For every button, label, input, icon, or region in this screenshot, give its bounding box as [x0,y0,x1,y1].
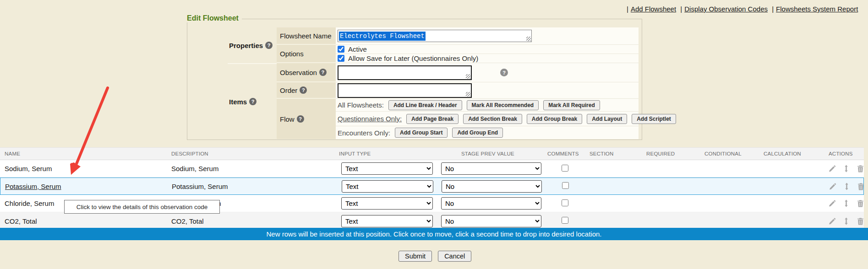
link-separator: | [627,5,628,13]
flow-all-flowsheets-row: All Flowsheets: Add Line Break / Header … [336,99,639,112]
column-header-input-type: INPUT TYPE [334,151,441,156]
move-vertical-icon[interactable] [842,199,850,207]
pencil-icon[interactable] [828,165,836,172]
pencil-icon[interactable] [828,199,836,207]
mark-all-required-button[interactable]: Mark All Required [543,100,600,110]
row-name-link[interactable]: Sodium, Serum [0,165,167,172]
questionnaires-only-label: Questionnaires Only: [338,115,402,123]
add-group-start-button[interactable]: Add Group Start [395,128,448,138]
table-row: Sodium, Serum Sodium, Serum Text No [0,160,864,178]
pencil-icon[interactable] [828,217,836,225]
edit-flowsheet-title: Edit Flowsheet [186,14,242,22]
stage-prev-value-select[interactable]: No [441,197,541,210]
input-type-select[interactable]: Text [341,197,433,210]
table-row: CO2, Total CO2, Total Text No [0,212,864,230]
row-name-link[interactable]: Potassium, Serum [0,183,167,190]
row-actions [819,183,865,190]
comments-checkbox[interactable] [562,217,568,224]
stage-prev-value-select[interactable]: No [442,180,542,193]
allow-save-for-later-checkbox-label: Allow Save for Later (Questionnaires Onl… [348,54,478,62]
observation-label: Observation ? [277,63,336,82]
column-header-conditional: CONDITIONAL [704,151,760,156]
column-header-required: REQUIRED [643,151,704,156]
edit-flowsheet-form: Properties ? Items ? Flowsheet Name Opti… [228,27,639,139]
help-icon[interactable]: ? [319,69,327,76]
add-scriptlet-button[interactable]: Add Scriptlet [632,114,676,124]
column-header-calculation: CALCULATION [760,151,819,156]
cancel-button[interactable]: Cancel [438,251,471,262]
active-checkbox-label: Active [348,45,367,53]
move-vertical-icon[interactable] [842,165,850,172]
flowsheet-name-textarea[interactable]: Electrolytes Flowsheet [338,30,532,42]
stage-prev-value-select[interactable]: No [441,215,541,227]
options-label: Options [277,45,336,63]
footer-buttons: Submit Cancel [399,251,471,262]
resize-grip-icon[interactable] [466,74,470,79]
row-actions [819,199,864,207]
allow-save-for-later-checkbox[interactable] [338,55,344,62]
mark-all-recommended-button[interactable]: Mark All Recommended [467,100,539,110]
insert-position-bar[interactable]: New rows will be inserted at this positi… [0,228,868,240]
input-type-select[interactable]: Text [342,180,433,193]
order-input[interactable] [338,83,472,98]
column-header-description: DESCRIPTION [167,151,334,156]
row-description: CO2, Total [167,217,334,225]
column-header-section: SECTION [585,151,643,156]
stage-prev-value-select[interactable]: No [441,162,541,175]
pencil-icon[interactable] [829,183,836,190]
move-vertical-icon[interactable] [842,217,850,225]
add-line-break-header-button[interactable]: Add Line Break / Header [388,100,462,110]
table-row-highlighted: Potassium, Serum Potassium, Serum Text N… [0,178,864,195]
submit-button[interactable]: Submit [399,251,432,262]
comments-checkbox[interactable] [562,182,569,189]
order-label: Order ? [277,82,336,99]
input-type-select[interactable]: Text [341,215,433,227]
header-links: |Add Flowsheet |Display Observation Code… [624,5,858,13]
trash-icon[interactable] [857,183,865,190]
trash-icon[interactable] [857,217,864,225]
flowsheet-items-table: NAME DESCRIPTION INPUT TYPE STAGE PREV V… [0,147,864,230]
flow-questionnaires-row: Questionnaires Only: Add Page Break Add … [336,112,639,126]
display-observation-codes-link[interactable]: Display Observation Codes [684,5,768,13]
link-separator: | [772,5,774,13]
active-checkbox[interactable] [338,46,344,53]
encounters-only-label: Encounters Only: [338,129,390,137]
add-flowsheet-link[interactable]: Add Flowsheet [631,5,676,13]
observation-cell: ? [336,63,639,82]
help-icon[interactable]: ? [300,86,307,94]
help-icon[interactable]: ? [500,69,508,76]
order-cell [336,82,639,99]
properties-group-label: Properties ? [228,27,277,63]
input-type-select[interactable]: Text [341,162,433,175]
trash-icon[interactable] [857,199,864,207]
column-header-actions: ACTIONS [819,151,864,156]
row-name-link[interactable]: CO2, Total [0,217,167,225]
row-actions [819,217,864,225]
move-vertical-icon[interactable] [843,183,851,190]
column-header-stage-prev-value: STAGE PREV VALUE [441,151,545,156]
flowsheets-system-report-link[interactable]: Flowsheets System Report [776,5,858,13]
all-flowsheets-label: All Flowsheets: [338,101,384,109]
column-header-name: NAME [0,151,167,156]
resize-grip-icon[interactable] [466,92,470,97]
flow-encounters-row: Encounters Only: Add Group Start Add Gro… [336,126,639,139]
resize-grip-icon[interactable] [526,37,531,41]
add-layout-button[interactable]: Add Layout [587,114,627,124]
add-group-break-button[interactable]: Add Group Break [527,114,582,124]
option-allow-save-row: Allow Save for Later (Questionnaires Onl… [336,54,639,63]
flowsheet-name-cell: Electrolytes Flowsheet [336,27,639,45]
column-header-comments: COMMENTS [545,151,585,156]
observation-input[interactable] [338,65,472,80]
help-icon[interactable]: ? [265,42,273,49]
flowsheet-name-value: Electrolytes Flowsheet [339,32,426,41]
trash-icon[interactable] [857,165,864,172]
add-page-break-button[interactable]: Add Page Break [406,114,459,124]
add-section-break-button[interactable]: Add Section Break [463,114,522,124]
comments-checkbox[interactable] [562,199,568,206]
help-icon[interactable]: ? [249,98,257,105]
help-icon[interactable]: ? [297,115,304,123]
observation-code-tooltip: Click to view the details of this observ… [64,200,220,214]
add-group-end-button[interactable]: Add Group End [452,128,503,138]
link-separator: | [680,5,682,13]
comments-checkbox[interactable] [562,165,568,172]
